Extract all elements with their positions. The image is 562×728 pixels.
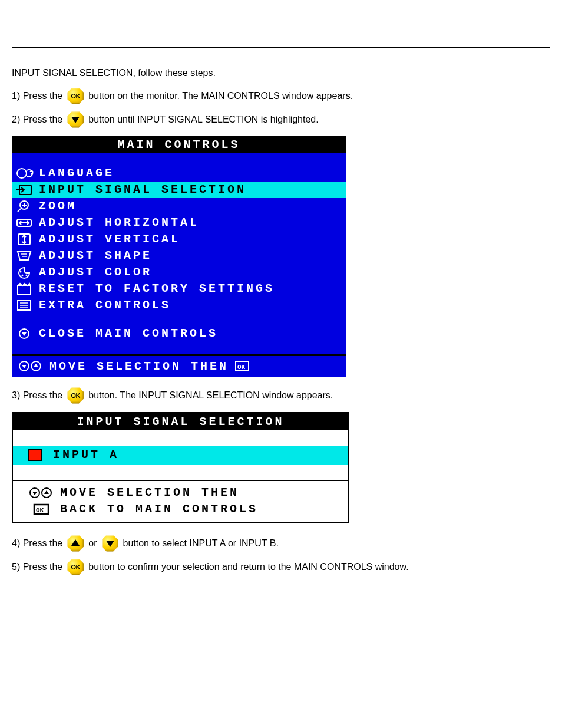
osd-item-adjust-shape[interactable]: ADJUST SHAPE	[12, 248, 346, 264]
up-down-nav-icon	[18, 360, 44, 373]
svg-rect-14	[18, 286, 31, 294]
ok-button-icon: OK	[67, 559, 84, 575]
iss-footer-text-2: BACK TO MAIN CONTROLS	[60, 502, 258, 516]
osd-item-label: INPUT SIGNAL SELECTION	[39, 183, 246, 196]
svg-point-13	[26, 274, 28, 276]
step-4: 4) Press the or button to select INPUT A…	[12, 535, 550, 552]
svg-marker-28	[32, 492, 37, 495]
svg-point-0	[17, 169, 27, 178]
osd-item-adjust-color[interactable]: ADJUST COLOR	[12, 264, 346, 281]
svg-point-12	[22, 274, 24, 276]
iss-option-label: INPUT A	[53, 448, 119, 462]
osd-item-adjust-horizontal[interactable]: ADJUST HORIZONTAL	[12, 215, 346, 231]
up-down-nav-icon	[28, 486, 54, 499]
step-1-lead: 1) Press the	[12, 91, 62, 101]
osd-item-input-signal[interactable]: INPUT SIGNAL SELECTION	[12, 182, 346, 198]
osd-item-label: ADJUST SHAPE	[39, 249, 152, 262]
down-arrow-icon	[102, 535, 118, 552]
svg-text:?: ?	[29, 170, 34, 178]
svg-line-6	[18, 209, 21, 212]
iss-footer-text-1: MOVE SELECTION THEN	[60, 486, 239, 499]
selected-indicator-icon	[28, 449, 42, 461]
osd-item-label: LANGUAGE	[39, 166, 114, 180]
step-3-lead: 3) Press the	[12, 390, 62, 401]
svg-marker-30	[44, 490, 49, 494]
osd-item-close[interactable]: CLOSE MAIN CONTROLS	[12, 325, 346, 342]
step-5: 5) Press the OK button to confirm your s…	[12, 559, 550, 575]
step-5-tail: button to confirm your selection and ret…	[88, 562, 408, 572]
step-5-lead: 5) Press the	[12, 562, 62, 572]
svg-marker-24	[34, 364, 38, 367]
ok-button-icon: OK	[67, 88, 84, 104]
osd-item-reset-factory[interactable]: RESET TO FACTORY SETTINGS	[12, 281, 346, 297]
step-2-tail: button until INPUT SIGNAL SELECTION is h…	[88, 114, 318, 125]
svg-marker-20	[22, 332, 27, 336]
main-controls-osd: MAIN CONTROLS ? LANGUAGE INPUT SIGNAL SE…	[12, 136, 346, 377]
svg-point-11	[20, 271, 22, 272]
step-2-lead: 2) Press the	[12, 114, 62, 125]
ok-button-icon: OK	[67, 387, 84, 404]
step-2: 2) Press the button until INPUT SIGNAL S…	[12, 111, 550, 128]
osd-item-label: ZOOM	[39, 199, 77, 213]
down-arrow-icon	[67, 111, 84, 128]
osd-item-extra-controls[interactable]: EXTRA CONTROLS	[12, 297, 346, 314]
osd-item-label: ADJUST COLOR	[39, 265, 152, 279]
osd-item-adjust-vertical[interactable]: ADJUST VERTICAL	[12, 231, 346, 248]
step-3-tail: button. The INPUT SIGNAL SELECTION windo…	[88, 390, 333, 401]
svg-text:OK: OK	[36, 507, 44, 514]
osd-item-label: ADJUST HORIZONTAL	[39, 216, 199, 229]
osd-item-label: EXTRA CONTROLS	[39, 298, 171, 312]
svg-marker-22	[22, 365, 27, 368]
ok-box-icon: OK	[28, 503, 54, 516]
svg-text:OK: OK	[237, 364, 246, 371]
osd-item-language[interactable]: ? LANGUAGE	[12, 165, 346, 182]
osd-title: MAIN CONTROLS	[12, 136, 346, 153]
osd-item-zoom[interactable]: ZOOM	[12, 198, 346, 215]
osd-footer-text: MOVE SELECTION THEN	[49, 360, 229, 373]
iss-option-input-a[interactable]: INPUT A	[13, 446, 348, 465]
top-placeholder-link[interactable]	[203, 24, 369, 33]
osd-item-label: ADJUST VERTICAL	[39, 232, 180, 246]
step-4-tail: button to select INPUT A or INPUT B.	[123, 538, 279, 549]
step-1: 1) Press the OK button on the monitor. T…	[12, 88, 550, 104]
osd-item-label: RESET TO FACTORY SETTINGS	[39, 282, 275, 295]
ok-box-icon: OK	[234, 360, 250, 373]
iss-title: INPUT SIGNAL SELECTION	[13, 413, 348, 430]
input-signal-osd: INPUT SIGNAL SELECTION INPUT A MOVE SELE…	[12, 412, 349, 523]
step-3: 3) Press the OK button. The INPUT SIGNAL…	[12, 387, 550, 404]
step-4-or: or	[88, 538, 97, 549]
step-1-tail: button on the monitor. The MAIN CONTROLS…	[88, 91, 353, 101]
intro-text: INPUT SIGNAL SELECTION, follow these ste…	[12, 48, 550, 81]
up-arrow-icon	[67, 535, 84, 552]
osd-footer: MOVE SELECTION THEN OK	[12, 354, 346, 377]
osd-close-label: CLOSE MAIN CONTROLS	[39, 327, 218, 340]
step-4-lead: 4) Press the	[12, 538, 62, 549]
